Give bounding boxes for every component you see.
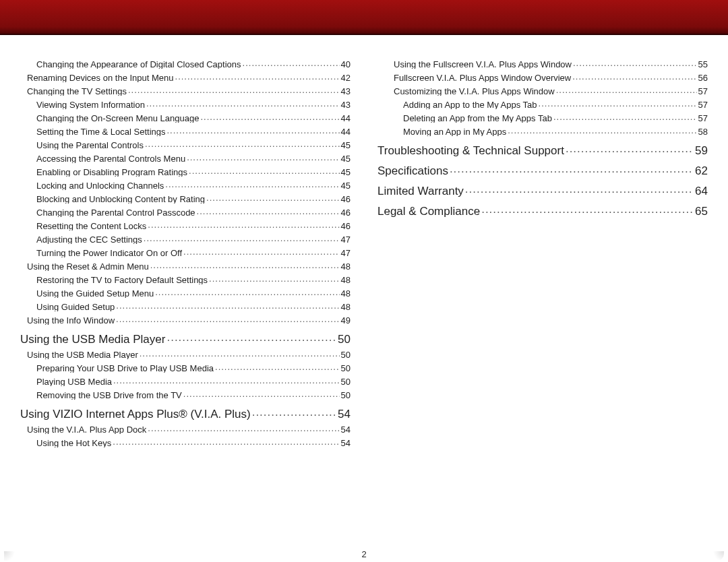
toc-entry-page: 48: [341, 289, 351, 298]
toc-entry[interactable]: Using the USB Media Player50: [20, 332, 351, 345]
toc-entry-page: 43: [341, 100, 351, 109]
toc-entry[interactable]: Legal & Compliance65: [377, 204, 708, 217]
toc-entry-label: Adjusting the CEC Settings: [36, 235, 142, 244]
page-body: Changing the Appearance of Digital Close…: [0, 35, 728, 562]
toc-entry[interactable]: Fullscreen V.I.A. Plus Apps Window Overv…: [377, 72, 708, 82]
toc-entry[interactable]: Viewing System Information43: [20, 99, 351, 109]
toc-entry[interactable]: Changing the Parental Control Passcode46: [20, 207, 351, 217]
toc-leader-dots: [450, 163, 694, 175]
toc-entry-label: Using the Parental Controls: [36, 141, 144, 150]
toc-entry[interactable]: Customizing the V.I.A. Plus Apps Window5…: [377, 86, 708, 96]
toc-entry-page: 54: [338, 408, 351, 420]
toc-entry-page: 50: [341, 377, 351, 386]
toc-entry-page: 48: [341, 303, 351, 311]
toc-entry[interactable]: Turning the Power Indicator On or Off47: [20, 247, 351, 257]
toc-entry-page: 44: [341, 114, 351, 123]
toc-entry-label: Using the Fullscreen V.I.A. Plus Apps Wi…: [394, 60, 572, 69]
page-number: 2: [0, 549, 728, 559]
toc-entry[interactable]: Changing the On-Screen Menu Language44: [20, 113, 351, 123]
toc-entry[interactable]: Preparing Your USB Drive to Play USB Med…: [20, 363, 351, 373]
toc-entry[interactable]: Resetting the Content Locks46: [20, 220, 351, 230]
toc-entry-page: 50: [341, 350, 351, 359]
toc-entry-page: 62: [695, 165, 708, 177]
toc-entry-page: 45: [341, 168, 351, 177]
toc-leader-dots: [167, 126, 340, 135]
toc-leader-dots: [243, 59, 340, 67]
toc-entry-page: 46: [341, 222, 351, 230]
toc-entry-page: 59: [695, 145, 708, 156]
toc-entry[interactable]: Moving an App in My Apps58: [377, 126, 708, 136]
toc-leader-dots: [148, 220, 339, 229]
toc-leader-dots: [155, 288, 339, 296]
toc-entry-label: Turning the Power Indicator On or Off: [36, 249, 182, 257]
toc-entry-page: 47: [341, 249, 351, 257]
toc-entry-label: Customizing the V.I.A. Plus Apps Window: [394, 87, 555, 96]
toc-entry[interactable]: Renaming Devices on the Input Menu42: [20, 72, 351, 82]
toc-leader-dots: [189, 166, 340, 175]
toc-leader-dots: [128, 86, 340, 94]
toc-entry[interactable]: Changing the Appearance of Digital Close…: [20, 59, 351, 69]
toc-entry[interactable]: Playing USB Media50: [20, 376, 351, 386]
toc-entry-page: 48: [341, 262, 351, 271]
toc-entry[interactable]: Enabling or Disabling Program Ratings45: [20, 166, 351, 177]
toc-entry-page: 45: [341, 181, 351, 190]
toc-leader-dots: [183, 247, 339, 256]
toc-leader-dots: [465, 183, 694, 195]
toc-entry-page: 40: [341, 60, 351, 69]
toc-entry[interactable]: Using the Hot Keys54: [20, 437, 351, 447]
toc-leader-dots: [206, 193, 339, 202]
toc-entry[interactable]: Adjusting the CEC Settings47: [20, 234, 351, 244]
toc-leader-dots: [113, 376, 340, 385]
toc-entry-label: Changing the Appearance of Digital Close…: [36, 60, 241, 69]
toc-entry[interactable]: Limited Warranty64: [377, 183, 708, 197]
toc-entry-page: 45: [341, 154, 351, 163]
toc-entry[interactable]: Using the USB Media Player50: [20, 349, 351, 359]
toc-leader-dots: [209, 274, 339, 283]
toc-entry-label: Using the Info Window: [27, 316, 115, 325]
toc-entry[interactable]: Blocking and Unblocking Content by Ratin…: [20, 193, 351, 204]
toc-entry-label: Using VIZIO Internet Apps Plus® (V.I.A. …: [20, 408, 251, 420]
toc-entry-page: 54: [341, 425, 351, 434]
toc-entry[interactable]: Setting the Time & Local Settings44: [20, 126, 351, 136]
toc-entry[interactable]: Locking and Unlocking Channels45: [20, 180, 351, 190]
toc-entry[interactable]: Using Guided Setup48: [20, 301, 351, 311]
toc-entry-label: Using the Guided Setup Menu: [36, 289, 154, 298]
toc-entry-label: Preparing Your USB Drive to Play USB Med…: [36, 364, 214, 373]
toc-leader-dots: [150, 261, 340, 270]
toc-entry[interactable]: Using VIZIO Internet Apps Plus® (V.I.A. …: [20, 406, 351, 420]
toc-entry-label: Using the Hot Keys: [36, 439, 111, 447]
toc-entry-page: 57: [698, 114, 708, 123]
toc-column-left: Changing the Appearance of Digital Close…: [20, 55, 351, 530]
toc-entry[interactable]: Accessing the Parental Controls Menu45: [20, 153, 351, 163]
toc-entry-label: Accessing the Parental Controls Menu: [36, 154, 185, 163]
toc-entry[interactable]: Removing the USB Drive from the TV50: [20, 389, 351, 400]
toc-columns: Changing the Appearance of Digital Close…: [20, 55, 708, 530]
toc-entry-page: 55: [698, 60, 708, 69]
toc-entry[interactable]: Troubleshooting & Technical Support59: [377, 143, 708, 156]
toc-entry[interactable]: Using the Fullscreen V.I.A. Plus Apps Wi…: [377, 59, 708, 69]
toc-entry[interactable]: Adding an App to the My Apps Tab57: [377, 99, 708, 109]
toc-entry[interactable]: Using the Reset & Admin Menu48: [20, 261, 351, 271]
toc-leader-dots: [145, 139, 340, 148]
toc-entry-page: 50: [341, 364, 351, 373]
toc-entry[interactable]: Using the V.I.A. Plus App Dock54: [20, 424, 351, 434]
toc-entry[interactable]: Using the Guided Setup Menu48: [20, 288, 351, 298]
toc-entry-page: 49: [341, 316, 351, 325]
toc-entry[interactable]: Using the Parental Controls45: [20, 139, 351, 150]
toc-entry-label: Viewing System Information: [36, 100, 145, 109]
toc-leader-dots: [566, 143, 694, 154]
toc-entry-page: 45: [341, 141, 351, 150]
toc-entry-label: Adding an App to the My Apps Tab: [403, 100, 537, 109]
toc-entry-page: 58: [698, 127, 708, 136]
toc-leader-dots: [166, 332, 336, 343]
toc-entry[interactable]: Changing the TV Settings43: [20, 86, 351, 96]
toc-entry-page: 64: [695, 185, 708, 197]
toc-entry-label: Fullscreen V.I.A. Plus Apps Window Overv…: [394, 73, 571, 82]
toc-entry[interactable]: Deleting an App from the My Apps Tab57: [377, 113, 708, 123]
toc-entry-page: 42: [341, 73, 351, 82]
toc-entry[interactable]: Using the Info Window49: [20, 315, 351, 325]
toc-entry[interactable]: Specifications62: [377, 163, 708, 177]
toc-entry[interactable]: Restoring the TV to Factory Default Sett…: [20, 274, 351, 284]
toc-leader-dots: [144, 234, 340, 243]
toc-leader-dots: [200, 113, 339, 121]
